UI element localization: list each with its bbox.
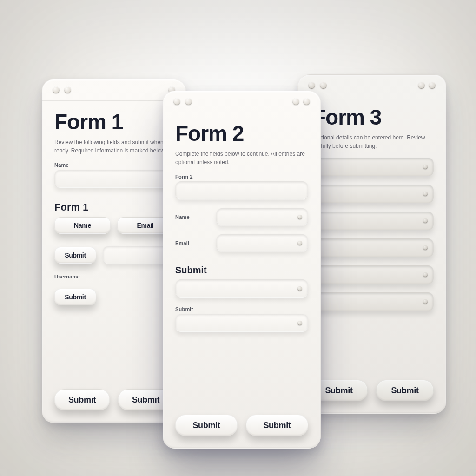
form2-label-4: Submit	[175, 306, 308, 312]
form2-submit-right[interactable]: Submit	[246, 415, 308, 436]
form1-submit-left[interactable]: Submit	[54, 389, 110, 410]
window-dot-icon	[429, 82, 436, 89]
form3-input-5[interactable]	[310, 265, 434, 284]
window-dot-icon	[173, 98, 180, 105]
form2-step-label: Form 2	[175, 174, 308, 179]
form3-input-4[interactable]	[310, 238, 434, 257]
handle-icon	[298, 241, 302, 245]
handle-icon	[423, 245, 428, 250]
form3-description: Additional details can be entered here. …	[310, 133, 434, 149]
form1-title: Form 1	[54, 109, 173, 134]
handle-icon	[423, 272, 428, 277]
form2-window: Form 2 Complete the fields below to cont…	[163, 91, 321, 449]
form3-title: Form 3	[310, 105, 434, 130]
form2-title: Form 2	[175, 121, 308, 146]
form2-input-top[interactable]	[175, 181, 308, 200]
form2-titlebar	[163, 91, 320, 112]
form1-section-heading: Form 1	[54, 201, 173, 213]
window-dot-icon	[320, 82, 327, 89]
form2-input-2[interactable]	[216, 234, 308, 252]
form1-description: Review the following fields and submit w…	[54, 138, 173, 154]
handle-icon	[298, 215, 302, 219]
window-dot-icon	[64, 86, 71, 93]
form2-label-2: Email	[175, 240, 209, 246]
window-dot-icon	[308, 82, 315, 89]
form3-submit-right[interactable]: Submit	[376, 380, 434, 401]
handle-icon	[298, 321, 302, 325]
window-dot-icon	[418, 82, 425, 89]
form3-input-6[interactable]	[310, 292, 434, 311]
window-dot-icon	[185, 98, 192, 105]
form3-input-3[interactable]	[310, 212, 434, 230]
form2-description: Complete the fields below to continue. A…	[175, 150, 308, 165]
form2-input-1[interactable]	[216, 208, 308, 226]
form2-section-submit: Submit	[175, 265, 308, 276]
handle-icon	[298, 286, 302, 291]
form3-input-1[interactable]	[310, 158, 434, 176]
form1-note: Username	[54, 274, 173, 279]
form2-submit-left[interactable]: Submit	[175, 415, 238, 436]
form1-chip-1[interactable]: Name	[54, 217, 111, 234]
form1-secondary-btn[interactable]: Submit	[54, 289, 96, 305]
handle-icon	[423, 299, 428, 304]
form2-input-3[interactable]	[175, 279, 308, 298]
handle-icon	[423, 165, 428, 169]
form3-input-2[interactable]	[310, 185, 434, 203]
form1-input-1[interactable]	[54, 170, 173, 188]
form2-label-1: Name	[175, 214, 209, 220]
window-dot-icon	[292, 98, 299, 105]
handle-icon	[423, 192, 428, 196]
window-dot-icon	[53, 86, 60, 93]
form1-label-top: Name	[54, 162, 173, 168]
form2-input-4[interactable]	[175, 314, 308, 332]
form1-submit-mini[interactable]: Submit	[54, 247, 96, 264]
window-dot-icon	[303, 98, 310, 105]
handle-icon	[423, 218, 428, 223]
